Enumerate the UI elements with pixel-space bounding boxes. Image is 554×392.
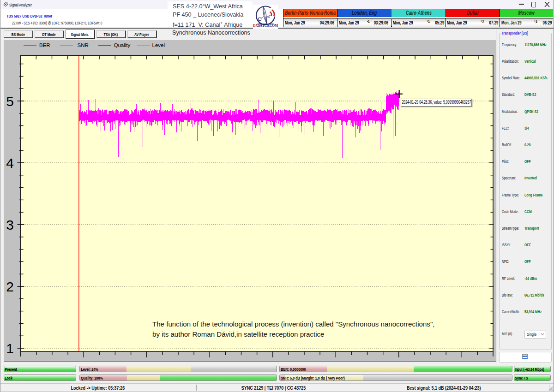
svg-text:1: 1 bbox=[6, 341, 14, 356]
svg-text:4: 4 bbox=[6, 155, 14, 171]
svg-text:2: 2 bbox=[6, 279, 14, 294]
svg-text:3: 3 bbox=[6, 217, 14, 232]
svg-text:5: 5 bbox=[6, 94, 14, 109]
